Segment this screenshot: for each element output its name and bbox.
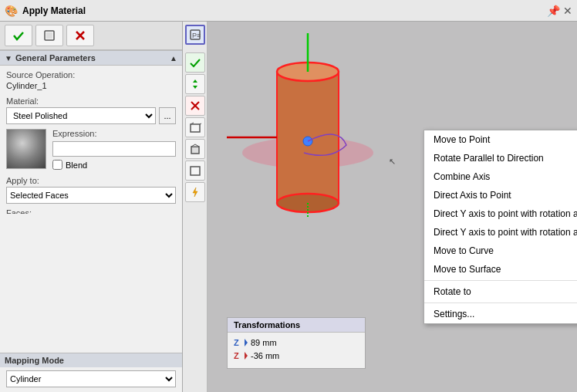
- title-bar-left: 🎨 Apply Material: [5, 5, 86, 17]
- vert-lightning-button[interactable]: [185, 182, 205, 202]
- material-row: Steel Polished ...: [6, 107, 176, 124]
- svg-rect-15: [191, 167, 200, 175]
- svg-line-12: [200, 123, 201, 124]
- vert-ok-button[interactable]: [185, 52, 205, 73]
- svg-text:P≡: P≡: [192, 32, 201, 39]
- general-params-title: General Parameters: [15, 53, 96, 63]
- material-select[interactable]: Steel Polished: [6, 107, 156, 124]
- transform-row-2: Z -36 mm: [234, 350, 359, 361]
- expression-right: Expression: Blend: [52, 129, 176, 170]
- ctx-rotate-to[interactable]: Rotate to: [424, 282, 577, 301]
- vert-toolbar: P≡: [183, 22, 208, 392]
- cylinder-3d: [227, 33, 396, 218]
- blend-row: Blend: [52, 160, 176, 170]
- vert-cancel-button[interactable]: [185, 96, 205, 116]
- app-title: Apply Material: [22, 5, 86, 16]
- mapping-header: Mapping Mode: [0, 353, 182, 367]
- ok-button[interactable]: [5, 25, 32, 46]
- transform-panel: Transformations Z 89 mm Z: [227, 317, 366, 369]
- expression-area: Expression: Blend: [6, 129, 176, 170]
- z-axis-icon-2: Z: [234, 350, 248, 361]
- ctx-rotate-parallel[interactable]: Rotate Parallel to Direction: [424, 149, 577, 167]
- transform-panel-header: Transformations: [228, 318, 365, 333]
- svg-rect-1: [46, 32, 52, 39]
- svg-marker-7: [193, 86, 197, 89]
- main-layout: ▼ General Parameters ▲ Source Operation:…: [0, 22, 577, 392]
- context-menu: Move to Point Rotate Parallel to Directi…: [423, 130, 577, 324]
- svg-marker-6: [193, 79, 197, 83]
- transform-value-1: 89 mm: [251, 338, 277, 347]
- ctx-move-to-curve[interactable]: Move to Curve: [424, 242, 577, 260]
- apply-to-label: Apply to:: [6, 176, 176, 185]
- cancel-button[interactable]: [66, 25, 94, 46]
- transform-value-2: -36 mm: [251, 351, 279, 360]
- blend-label: Blend: [66, 161, 87, 170]
- app-icon: 🎨: [5, 5, 18, 17]
- ctx-direct-axis-point[interactable]: Direct Axis to Point: [424, 186, 577, 204]
- panel-content: Source Operation: Cylinder_1 Material: S…: [0, 66, 182, 214]
- cursor-indicator: ↖: [389, 157, 396, 167]
- blend-checkbox[interactable]: [52, 160, 62, 170]
- svg-rect-10: [191, 124, 200, 132]
- apply-to-select[interactable]: Selected Faces All Faces Specific Faces: [6, 187, 176, 204]
- svg-rect-13: [191, 147, 199, 154]
- mapping-title: Mapping Mode: [5, 356, 64, 365]
- expression-label: Expression:: [52, 129, 176, 138]
- vert-box2-button[interactable]: [185, 161, 205, 181]
- pin-button[interactable]: 📌: [547, 5, 560, 17]
- ctx-direct-y-x[interactable]: Direct Y axis to point with rotation aro…: [424, 223, 577, 242]
- material-more-button[interactable]: ...: [159, 107, 176, 124]
- vert-box-button[interactable]: [185, 117, 205, 137]
- vert-move-button[interactable]: [185, 74, 205, 94]
- general-params-header: ▼ General Parameters ▲: [0, 50, 182, 66]
- mapping-section: Mapping Mode Cylinder Planar Spherical B…: [0, 353, 182, 392]
- transform-row-1: Z 89 mm: [234, 337, 359, 348]
- material-label: Material:: [6, 96, 176, 106]
- viewport-area: ↖ Transformations Z 89 mm Z: [208, 22, 577, 392]
- ctx-combine-axis[interactable]: Combine Axis: [424, 167, 577, 186]
- faces-label: Faces:: [6, 208, 176, 214]
- title-bar-right: 📌 ✕: [547, 5, 572, 17]
- svg-marker-31: [245, 339, 248, 346]
- transform-content: Z 89 mm Z -36 mm: [228, 333, 365, 368]
- vert-cube-button[interactable]: [185, 139, 205, 159]
- mapping-select[interactable]: Cylinder Planar Spherical Box: [6, 370, 176, 387]
- panel-toolbar: [0, 22, 182, 50]
- vert-select-button[interactable]: P≡: [185, 25, 205, 45]
- title-bar: 🎨 Apply Material 📌 ✕: [0, 0, 577, 22]
- ctx-settings[interactable]: Settings...: [424, 305, 577, 323]
- close-button[interactable]: ✕: [563, 5, 572, 17]
- svg-text:Z: Z: [234, 351, 239, 360]
- expression-input[interactable]: [52, 141, 176, 157]
- header-arrow: ▼: [5, 54, 12, 63]
- collapse-icon[interactable]: ▲: [170, 54, 177, 63]
- ctx-separator-1: [424, 280, 577, 281]
- ctx-direct-y-z[interactable]: Direct Y axis to point with rotation aro…: [424, 204, 577, 223]
- svg-marker-16: [193, 188, 197, 197]
- svg-marker-33: [245, 352, 248, 360]
- material-thumbnail: [6, 129, 46, 169]
- preview-button[interactable]: [35, 25, 63, 46]
- ctx-separator-2: [424, 302, 577, 303]
- z-axis-icon-1: Z: [234, 337, 248, 348]
- left-panel: ▼ General Parameters ▲ Source Operation:…: [0, 22, 183, 392]
- ctx-move-to-point[interactable]: Move to Point: [424, 130, 577, 149]
- source-op-value: Cylinder_1: [6, 81, 176, 90]
- mapping-content: Cylinder Planar Spherical Box: [0, 367, 182, 392]
- right-area: P≡: [183, 22, 577, 392]
- svg-marker-14: [191, 144, 199, 147]
- svg-text:Z: Z: [234, 338, 239, 347]
- source-op-label: Source Operation:: [6, 70, 176, 79]
- ctx-move-to-surface[interactable]: Move to Surface: [424, 260, 577, 279]
